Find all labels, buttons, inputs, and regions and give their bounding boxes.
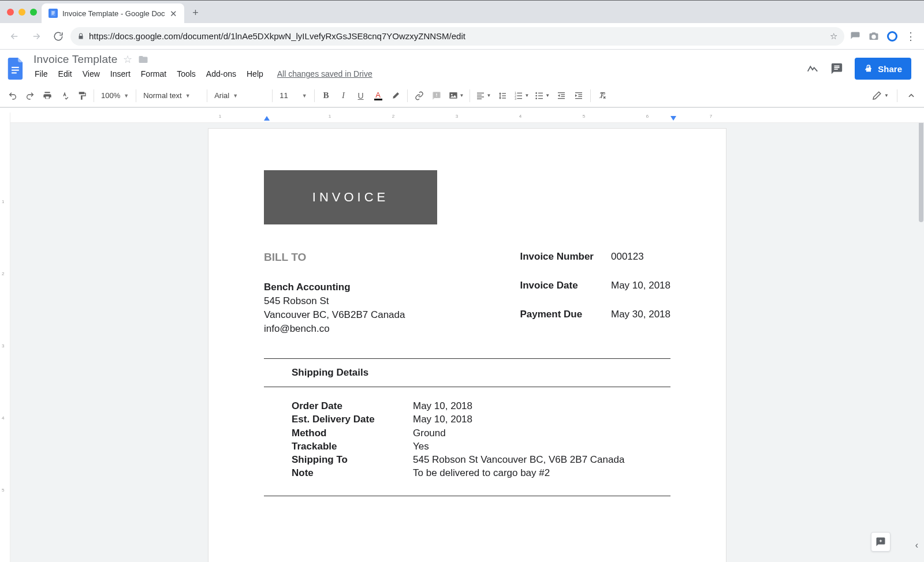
menu-tools[interactable]: Tools	[176, 68, 197, 80]
svg-rect-1	[52, 12, 55, 12]
menu-view[interactable]: View	[81, 68, 101, 80]
star-document-icon[interactable]: ☆	[123, 53, 132, 66]
underline-button[interactable]: U	[353, 88, 369, 104]
svg-rect-3	[52, 14, 54, 14]
decrease-indent-button[interactable]	[553, 88, 569, 104]
zoom-combo[interactable]: 100%▼	[98, 88, 132, 104]
left-indent-marker[interactable]	[264, 116, 270, 121]
right-indent-marker[interactable]	[670, 116, 676, 121]
browser-extension-area: ⋮	[847, 30, 919, 43]
bill-to-label: BILL TO	[264, 251, 405, 264]
font-size-combo[interactable]: 11▼	[276, 88, 310, 104]
svg-rect-29	[558, 92, 565, 93]
bill-to-city: Vancouver BC, V6B2B7 Canada	[264, 309, 405, 321]
numbered-list-button[interactable]: 123▼	[512, 88, 531, 104]
activity-icon[interactable]	[806, 62, 819, 75]
svg-rect-30	[561, 94, 565, 95]
menu-format[interactable]: Format	[140, 68, 167, 80]
menu-insert[interactable]: Insert	[109, 68, 132, 80]
divider	[264, 358, 670, 359]
clear-formatting-button[interactable]	[594, 88, 610, 104]
paint-format-button[interactable]	[74, 88, 90, 104]
comments-icon[interactable]	[830, 62, 843, 75]
svg-rect-32	[558, 98, 565, 99]
camera-extension-icon[interactable]	[869, 31, 879, 42]
svg-rect-34	[579, 94, 583, 95]
svg-point-23	[536, 92, 538, 94]
svg-rect-6	[12, 72, 17, 73]
highlight-color-button[interactable]	[388, 88, 404, 104]
bulleted-list-button[interactable]: ▼	[532, 88, 552, 104]
line-spacing-button[interactable]	[494, 88, 511, 104]
forward-button[interactable]	[27, 27, 46, 46]
browser-tab-strip: Invoice Template - Google Doc ✕ +	[0, 0, 924, 23]
url-text: https://docs.google.com/document/d/1lnAe…	[89, 31, 825, 41]
text-color-button[interactable]: A	[370, 88, 386, 104]
save-status[interactable]: All changes saved in Drive	[277, 69, 372, 78]
undo-button[interactable]	[5, 88, 21, 104]
bold-button[interactable]: B	[318, 88, 334, 104]
svg-point-25	[536, 98, 538, 99]
browser-toolbar: https://docs.google.com/document/d/1lnAe…	[0, 23, 924, 50]
svg-rect-28	[538, 98, 543, 99]
print-button[interactable]	[39, 88, 55, 104]
bill-to-name: Bench Accounting	[264, 281, 405, 294]
italic-button[interactable]: I	[336, 88, 352, 104]
window-zoom-button[interactable]	[30, 9, 37, 16]
window-minimize-button[interactable]	[18, 9, 25, 16]
chrome-menu-icon[interactable]: ⋮	[906, 30, 916, 43]
increase-indent-button[interactable]	[571, 88, 587, 104]
font-combo[interactable]: Arial▼	[211, 88, 269, 104]
spellcheck-button[interactable]	[57, 88, 73, 104]
svg-rect-11	[477, 95, 482, 95]
window-close-button[interactable]	[7, 9, 14, 16]
scrollbar-thumb[interactable]	[919, 118, 923, 222]
insert-link-button[interactable]	[411, 88, 427, 104]
close-tab-icon[interactable]: ✕	[170, 9, 177, 18]
svg-rect-4	[12, 67, 19, 68]
menu-addons[interactable]: Add-ons	[205, 68, 237, 80]
share-button-label: Share	[878, 64, 902, 74]
menu-help[interactable]: Help	[245, 68, 264, 80]
document-canvas[interactable]: 1 1 2 3 4 5 6 7 INVOICE BILL TO Bench Ac…	[10, 113, 924, 562]
document-page[interactable]: INVOICE BILL TO Bench Accounting 545 Rob…	[208, 129, 726, 562]
share-button[interactable]: Share	[855, 58, 911, 80]
svg-rect-2	[52, 13, 55, 13]
svg-point-9	[451, 93, 453, 95]
insert-image-button[interactable]: ▼	[446, 88, 467, 104]
show-side-panel-icon[interactable]: ‹	[915, 540, 918, 550]
invoice-meta: Invoice Number000123 Invoice DateMay 10,…	[520, 251, 670, 336]
move-to-folder-icon[interactable]	[138, 54, 148, 65]
docs-menubar: File Edit View Insert Format Tools Add-o…	[33, 66, 372, 84]
docs-favicon-icon	[49, 9, 58, 18]
align-button[interactable]: ▼	[474, 88, 493, 104]
menu-edit[interactable]: Edit	[57, 68, 73, 80]
svg-rect-14	[502, 93, 506, 93]
style-combo[interactable]: Normal text▼	[140, 88, 203, 104]
hide-menus-button[interactable]	[903, 88, 919, 104]
menu-file[interactable]: File	[33, 68, 49, 80]
shipping-details: Order DateMay 10, 2018 Est. Delivery Dat…	[292, 400, 670, 479]
reload-button[interactable]	[49, 27, 68, 46]
insert-comment-button[interactable]	[429, 88, 445, 104]
horizontal-ruler[interactable]: 1 1 2 3 4 5 6 7	[10, 113, 924, 123]
svg-rect-5	[12, 70, 19, 71]
browser-tab[interactable]: Invoice Template - Google Doc ✕	[42, 3, 184, 23]
address-bar[interactable]: https://docs.google.com/document/d/1lnAe…	[70, 27, 844, 46]
editor-workspace: 1 2 3 4 5 1 1 2 3 4 5 6 7 INVOICE	[0, 113, 924, 562]
comment-extension-icon[interactable]	[850, 31, 860, 42]
bill-to-street: 545 Robson St	[264, 295, 405, 308]
explore-button[interactable]	[871, 532, 891, 552]
docs-logo-icon[interactable]	[5, 57, 28, 80]
redo-button[interactable]	[22, 88, 38, 104]
bookmark-star-icon[interactable]: ☆	[830, 31, 837, 42]
divider	[264, 496, 670, 496]
profile-avatar-icon[interactable]	[887, 31, 897, 42]
new-tab-button[interactable]: +	[188, 5, 204, 21]
svg-rect-35	[579, 96, 583, 96]
back-button[interactable]	[5, 27, 24, 46]
docs-toolbar: 100%▼ Normal text▼ Arial▼ 11▼ B I U A ▼ …	[0, 84, 924, 107]
document-title[interactable]: Invoice Template	[33, 53, 117, 66]
editing-mode-button[interactable]: ▼	[869, 88, 891, 104]
vertical-ruler[interactable]: 1 2 3 4 5	[0, 113, 10, 562]
